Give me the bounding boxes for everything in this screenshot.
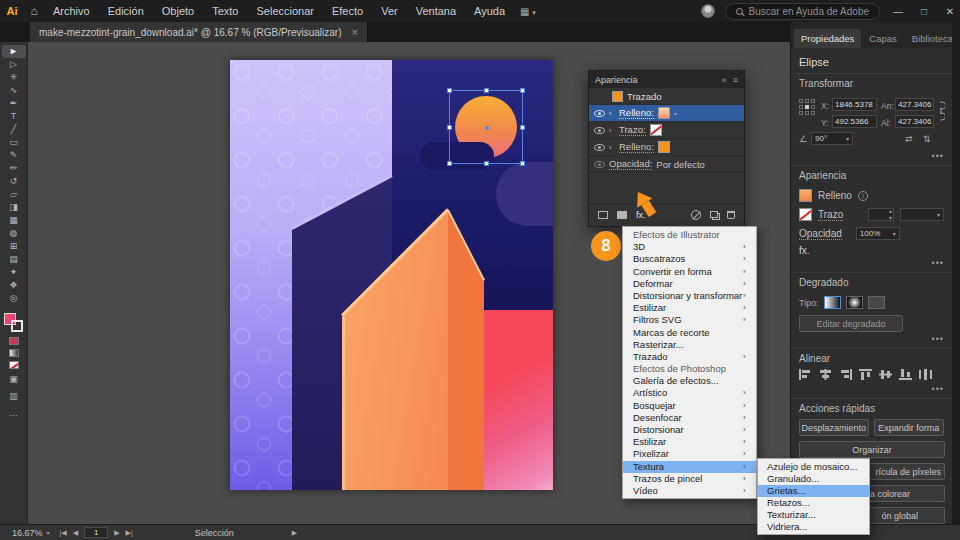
- chevron-down-icon[interactable]: ▾: [674, 110, 677, 117]
- menu-edicion[interactable]: Edición: [99, 0, 153, 22]
- y-input[interactable]: 492.5366: [832, 115, 877, 128]
- draw-mode-button[interactable]: ▣: [2, 373, 26, 386]
- submenu-item-grietas[interactable]: Grietas...: [758, 485, 869, 497]
- align-center-horizontal-icon[interactable]: [819, 369, 832, 382]
- menu-item-trazos-de-pincel[interactable]: Trazos de pincel›: [623, 473, 756, 485]
- home-icon[interactable]: ⌂: [24, 4, 44, 18]
- previous-artboard-icon[interactable]: ◀: [73, 529, 78, 537]
- submenu-item-texturizar[interactable]: Texturizar...: [758, 509, 869, 521]
- account-avatar[interactable]: [701, 4, 715, 18]
- submenu-item-retazos[interactable]: Retazos...: [758, 497, 869, 509]
- toolbar-more-button[interactable]: …: [2, 407, 26, 420]
- menu-item-distorsionar-y-transformar[interactable]: Distorsionar y transformar›: [623, 290, 756, 302]
- menu-texto[interactable]: Texto: [203, 0, 247, 22]
- maximize-button[interactable]: □: [916, 6, 932, 17]
- selection-handle[interactable]: [447, 125, 452, 130]
- selection-tool[interactable]: ►: [2, 45, 26, 58]
- appearance-row-fill-selected[interactable]: › Relleno: ▾: [589, 105, 744, 122]
- next-artboard-icon[interactable]: ▶: [114, 529, 119, 537]
- menu-objeto[interactable]: Objeto: [153, 0, 203, 22]
- selection-handle[interactable]: [520, 125, 525, 130]
- direct-selection-tool[interactable]: ▷: [2, 58, 26, 71]
- stroke-row-label[interactable]: Trazo:: [619, 124, 646, 136]
- menu-item-textura[interactable]: Textura›: [623, 461, 756, 473]
- constrain-proportions-icon[interactable]: [936, 100, 945, 124]
- opacity-label[interactable]: Opacidad: [799, 228, 842, 240]
- stroke-label[interactable]: Trazo: [818, 209, 843, 221]
- menu-item-bosquejar[interactable]: Bosquejar›: [623, 400, 756, 412]
- radial-gradient-icon[interactable]: [846, 296, 863, 309]
- menu-seleccionar[interactable]: Seleccionar: [247, 0, 322, 22]
- screen-mode-button[interactable]: ▥: [2, 390, 26, 403]
- menu-ver[interactable]: Ver: [372, 0, 407, 22]
- arrange-button[interactable]: Organizar: [799, 441, 945, 458]
- add-new-stroke-icon[interactable]: [598, 211, 608, 219]
- selection-handle[interactable]: [520, 88, 525, 93]
- fill-row-swatch[interactable]: [658, 107, 670, 119]
- menu-item-filtros-svg[interactable]: Filtros SVG›: [623, 314, 756, 326]
- magic-wand-tool[interactable]: ✳: [2, 71, 26, 84]
- none-mode-button[interactable]: [9, 361, 19, 369]
- fill2-row-label[interactable]: Relleno:: [619, 141, 654, 153]
- document-tab[interactable]: make-mezzotint-grain_download.ai* @ 16.6…: [30, 22, 368, 42]
- more-options-icon[interactable]: •••: [799, 151, 944, 161]
- stroke-unit-dropdown[interactable]: ▾: [900, 208, 944, 221]
- visibility-icon[interactable]: [594, 161, 605, 168]
- tab-capas[interactable]: Capas: [862, 29, 903, 48]
- scale-tool[interactable]: ▱: [2, 188, 26, 201]
- selection-handle[interactable]: [447, 88, 452, 93]
- submenu-item-granulado[interactable]: Granulado...: [758, 473, 869, 485]
- paintbrush-tool[interactable]: ✎: [2, 149, 26, 162]
- lasso-tool[interactable]: ∿: [2, 84, 26, 97]
- menu-item-marcas-de-recorte[interactable]: Marcas de recorte: [623, 327, 756, 339]
- width-tool[interactable]: ◨: [2, 201, 26, 214]
- more-options-icon[interactable]: •••: [799, 334, 944, 344]
- selection-handle[interactable]: [447, 161, 452, 166]
- menu-item-buscatrazos[interactable]: Buscatrazos›: [623, 253, 756, 265]
- menu-item-distorsionar[interactable]: Distorsionar›: [623, 424, 756, 436]
- align-left-icon[interactable]: [799, 369, 812, 382]
- rotation-angle-dropdown[interactable]: 90° ▾: [811, 132, 853, 145]
- selection-bounding-box[interactable]: [449, 90, 523, 164]
- clear-appearance-icon[interactable]: [691, 210, 701, 220]
- align-bottom-icon[interactable]: [899, 369, 912, 382]
- fill-stroke-indicator[interactable]: [4, 313, 24, 333]
- artwork-cloud-shape[interactable]: [496, 162, 553, 226]
- rectangle-tool[interactable]: ▭: [2, 136, 26, 149]
- selection-handle[interactable]: [484, 88, 489, 93]
- panel-menu-icon[interactable]: ≡: [733, 75, 738, 85]
- status-arrow-icon[interactable]: ▶: [292, 529, 297, 537]
- reference-point-locator[interactable]: [799, 99, 816, 116]
- freeform-gradient-icon[interactable]: [868, 296, 885, 309]
- flip-vertical-icon[interactable]: ⇅: [923, 134, 931, 144]
- rotate-tool[interactable]: ↺: [2, 175, 26, 188]
- stroke-swatch[interactable]: [799, 208, 812, 221]
- menu-item-video[interactable]: Vídeo›: [623, 485, 756, 497]
- fill-row-label[interactable]: Relleno:: [619, 107, 654, 119]
- x-input[interactable]: 1846.5378: [832, 98, 877, 111]
- selection-handle[interactable]: [484, 161, 489, 166]
- expander-icon[interactable]: ›: [609, 127, 615, 134]
- tab-propiedades[interactable]: Propiedades: [794, 29, 861, 48]
- height-input[interactable]: 427.3406: [895, 115, 934, 128]
- first-artboard-icon[interactable]: |◀: [60, 529, 67, 537]
- submenu-item-vidriera[interactable]: Vidriera...: [758, 521, 869, 533]
- fx-button[interactable]: fx.: [799, 245, 944, 256]
- zoom-level-dropdown[interactable]: 16.67% ▾: [8, 527, 54, 539]
- workspace-switcher-icon[interactable]: ▦ ▾: [520, 6, 536, 17]
- minimize-button[interactable]: —: [890, 6, 906, 17]
- stroke-color-swatch[interactable]: [11, 320, 23, 332]
- blend-tool[interactable]: ❖: [2, 279, 26, 292]
- menu-item-galeria-de-efectos[interactable]: Galería de efectos...: [623, 375, 756, 387]
- eyedropper-tool[interactable]: ✦: [2, 266, 26, 279]
- gradient-tool[interactable]: ▤: [2, 253, 26, 266]
- tab-close-icon[interactable]: ×: [352, 26, 358, 38]
- appearance-row-stroke[interactable]: › Trazo:: [589, 122, 744, 139]
- line-segment-tool[interactable]: ╱: [2, 123, 26, 136]
- shape-builder-tool[interactable]: ◍: [2, 227, 26, 240]
- appearance-row-path[interactable]: Trazado: [589, 88, 744, 105]
- menu-item-trazado[interactable]: Trazado›: [623, 351, 756, 363]
- width-input[interactable]: 427.3406: [895, 98, 934, 111]
- flip-horizontal-icon[interactable]: ⇄: [905, 134, 913, 144]
- align-center-vertical-icon[interactable]: [879, 369, 892, 382]
